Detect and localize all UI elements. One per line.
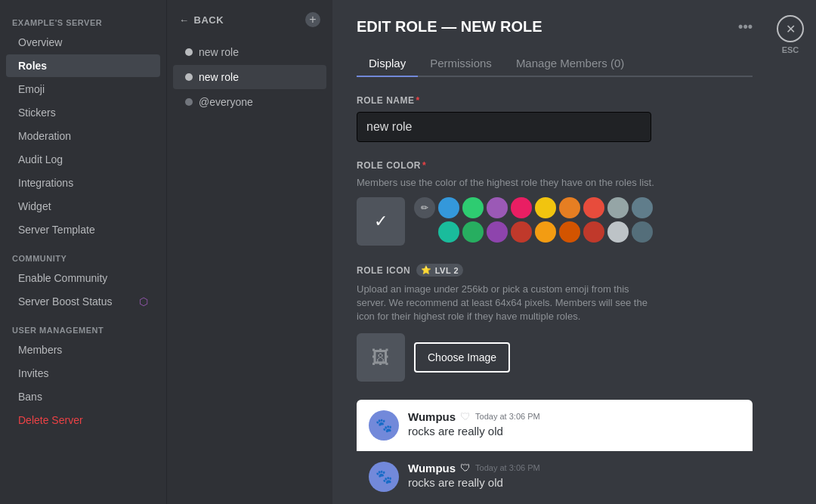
msg-header-dark: Wumpus 🛡 Today at 3:06 PM: [408, 462, 740, 475]
color-check-icon: ✓: [374, 212, 388, 231]
role-item-2[interactable]: new role: [173, 65, 326, 89]
sidebar-item-members[interactable]: Members: [6, 339, 160, 361]
tab-display[interactable]: Display: [357, 51, 418, 77]
user-management-section-label: USER MANAGEMENT: [0, 314, 166, 338]
role-color-label: ROLE COLOR*: [357, 160, 753, 171]
color-swatch-green[interactable]: [462, 197, 484, 218]
role-icon-label: ROLE ICON: [357, 265, 410, 276]
message-preview-container: 🐾 Wumpus 🛡 Today at 3:06 PM rocks are re…: [357, 400, 753, 502]
sidebar-item-enable-community[interactable]: Enable Community: [6, 267, 160, 289]
color-picker-row: ✓ ✏: [357, 197, 753, 246]
page-title: EDIT ROLE — NEW ROLE •••: [357, 18, 753, 36]
color-swatch-red[interactable]: [583, 197, 604, 218]
color-swatch-slate[interactable]: [632, 197, 653, 218]
icon-upload-row: 🖼 Choose Image: [357, 333, 753, 382]
color-swatch-dark-purple[interactable]: [487, 221, 508, 243]
sidebar-item-server-boost[interactable]: Server Boost Status ⬡: [6, 290, 160, 313]
msg-timestamp-dark: Today at 3:06 PM: [475, 463, 540, 472]
sidebar-item-integrations[interactable]: Integrations: [6, 172, 160, 194]
role-name-section: ROLE NAME*: [357, 95, 753, 142]
sidebar-item-bans[interactable]: Bans: [6, 385, 160, 408]
page-title-text: EDIT ROLE — NEW ROLE: [357, 18, 542, 36]
sidebar-item-invites[interactable]: Invites: [6, 362, 160, 385]
tab-permissions[interactable]: Permissions: [418, 51, 504, 77]
close-area: ✕ ESC: [777, 0, 816, 504]
color-swatch-burnt-orange[interactable]: [559, 221, 580, 243]
sidebar-item-roles[interactable]: Roles: [6, 54, 160, 77]
community-section-label: COMMUNITY: [0, 242, 166, 266]
sidebar-item-server-template[interactable]: Server Template: [6, 218, 160, 241]
preview-msg-light: 🐾 Wumpus 🛡 Today at 3:06 PM rocks are re…: [357, 400, 753, 451]
sidebar-item-overview[interactable]: Overview: [6, 31, 160, 54]
role-item-everyone[interactable]: @everyone: [173, 90, 326, 114]
role-name-input[interactable]: [357, 112, 651, 142]
color-pencil-icon[interactable]: ✏: [414, 197, 435, 218]
role-icon-description: Upload an image under 256kb or pick a cu…: [357, 283, 651, 324]
color-swatch-blue-gray[interactable]: [632, 221, 653, 243]
preview-msg-dark: 🐾 Wumpus 🛡 Today at 3:06 PM rocks are re…: [357, 451, 753, 502]
msg-text-dark: rocks are really old: [408, 476, 740, 489]
server-boost-label: Server Boost Status: [18, 295, 113, 308]
msg-author-dark: Wumpus: [408, 462, 456, 475]
choose-image-button[interactable]: Choose Image: [414, 342, 510, 373]
role-name-label: ROLE NAME*: [357, 95, 753, 106]
color-swatch-crimson[interactable]: [583, 221, 604, 243]
role-label-2: new role: [199, 71, 239, 83]
tab-manage-members[interactable]: Manage Members (0): [504, 51, 636, 77]
role-label-1: new role: [199, 46, 239, 58]
more-options-button[interactable]: •••: [738, 19, 753, 35]
msg-text-light: rocks are really old: [408, 425, 740, 438]
close-button[interactable]: ✕: [777, 15, 804, 42]
msg-content-light: Wumpus 🛡 Today at 3:06 PM rocks are real…: [408, 410, 740, 438]
sidebar-item-audit-log[interactable]: Audit Log: [6, 148, 160, 171]
lvl-badge-text: LVL 2: [435, 266, 459, 275]
color-swatch-amber[interactable]: [535, 221, 556, 243]
role-color-section: ROLE COLOR* Members use the color of the…: [357, 160, 753, 246]
edit-role-main: EDIT ROLE — NEW ROLE ••• Display Permiss…: [332, 0, 777, 504]
role-tabs: Display Permissions Manage Members (0): [357, 51, 753, 77]
color-swatch-teal[interactable]: [438, 221, 459, 243]
color-swatch-dark-green[interactable]: [462, 221, 484, 243]
sidebar-item-widget[interactable]: Widget: [6, 195, 160, 218]
avatar-dark: 🐾: [369, 462, 399, 492]
role-color-required: *: [422, 160, 426, 171]
sidebar-item-delete-server[interactable]: Delete Server: [6, 409, 160, 431]
color-swatch-gray[interactable]: [607, 197, 629, 218]
role-icon-section: ROLE ICON ⭐ LVL 2 Upload an image under …: [357, 264, 753, 382]
color-swatch-light-gray[interactable]: [607, 221, 629, 243]
msg-header-light: Wumpus 🛡 Today at 3:06 PM: [408, 410, 740, 423]
server-name: EXAMPLE'S SERVER: [0, 12, 166, 30]
lvl-badge: ⭐ LVL 2: [416, 264, 463, 277]
color-row2-spacer: [414, 221, 435, 243]
color-swatches-row2: [414, 221, 653, 243]
sidebar-item-moderation[interactable]: Moderation: [6, 125, 160, 147]
color-swatch-orange[interactable]: [559, 197, 580, 218]
msg-role-icon-light: 🛡: [460, 410, 471, 422]
msg-timestamp-light: Today at 3:06 PM: [475, 412, 540, 421]
boost-icon: ⬡: [139, 295, 148, 308]
roles-panel: ← BACK + new role new role @everyone: [166, 0, 332, 504]
role-item-1[interactable]: new role: [173, 40, 326, 64]
role-icon-header: ROLE ICON ⭐ LVL 2: [357, 264, 753, 277]
color-swatch-blue[interactable]: [438, 197, 459, 218]
msg-role-icon-dark: 🛡: [460, 462, 471, 474]
role-color-description: Members use the color of the highest rol…: [357, 177, 753, 188]
color-swatches-row1: ✏: [414, 197, 653, 218]
role-dot-2: [185, 73, 193, 81]
color-swatch-purple[interactable]: [487, 197, 508, 218]
msg-author-light: Wumpus: [408, 410, 456, 423]
color-swatch-dark-red[interactable]: [511, 221, 532, 243]
color-preview-box[interactable]: ✓: [357, 197, 405, 246]
sidebar-item-emoji[interactable]: Emoji: [6, 78, 160, 100]
sidebar-item-stickers[interactable]: Stickers: [6, 101, 160, 124]
color-swatch-yellow[interactable]: [535, 197, 556, 218]
icon-upload-preview: 🖼: [357, 333, 405, 382]
back-label: BACK: [194, 14, 224, 26]
esc-label: ESC: [782, 45, 799, 54]
add-role-button[interactable]: +: [305, 12, 320, 27]
back-button[interactable]: ← BACK: [179, 14, 224, 26]
icon-upload-placeholder: 🖼: [372, 347, 390, 368]
role-label-everyone: @everyone: [199, 96, 253, 108]
role-dot-everyone: [185, 98, 193, 106]
color-swatch-pink[interactable]: [511, 197, 532, 218]
